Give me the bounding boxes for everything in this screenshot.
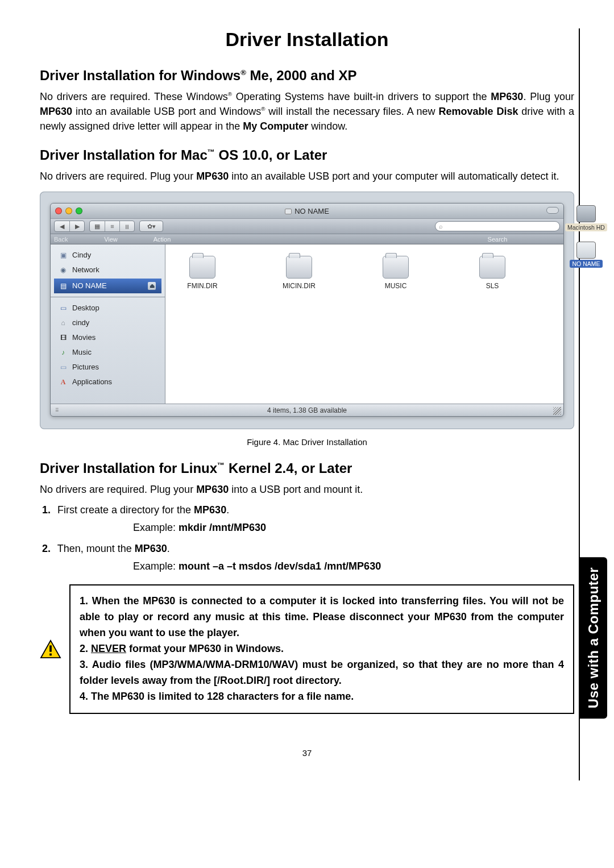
section-mac-heading: Driver Installation for Mac™ OS 10.0, or… bbox=[40, 147, 574, 163]
finder-content: FMIN.DIR MICIN.DIR MUSIC SLS bbox=[165, 244, 563, 404]
home-icon bbox=[59, 318, 68, 327]
toolbar-toggle-icon[interactable] bbox=[546, 207, 559, 214]
pictures-icon bbox=[59, 363, 68, 372]
finder-sidebar: Cindy Network NO NAME⏏ Desktop cindy Mov… bbox=[51, 244, 165, 404]
desktop-label: NO NAME bbox=[570, 260, 602, 268]
folder-label: MICIN.DIR bbox=[268, 282, 330, 290]
linux-steps: 1. First create a directory for the MP63… bbox=[40, 502, 574, 574]
view-label: View bbox=[77, 236, 145, 243]
sidebar-item-music[interactable]: Music bbox=[51, 345, 165, 360]
section-windows-heading: Driver Installation for Windows® Me, 200… bbox=[40, 68, 574, 84]
toolbar-labels: Back View Action Search bbox=[51, 234, 563, 244]
folder-icon bbox=[286, 256, 312, 279]
nav-back-forward[interactable]: ◀ ▶ bbox=[54, 221, 85, 232]
status-dots-icon: ⠿ bbox=[55, 408, 60, 413]
status-text: 4 items, 1.38 GB available bbox=[267, 406, 347, 414]
example-1: Example: mkdir /mnt/MP630 bbox=[133, 520, 574, 535]
search-input[interactable]: ⌕ bbox=[435, 221, 560, 231]
desktop-label: Macintosh HD bbox=[565, 223, 607, 231]
sidebar-item-movies[interactable]: Movies bbox=[51, 330, 165, 345]
finder-window: NO NAME ◀ ▶ ▦ ≡ ⫼ ✿▾ bbox=[50, 203, 564, 417]
sidebar-item-desktop[interactable]: Desktop bbox=[51, 301, 165, 315]
action-menu[interactable]: ✿▾ bbox=[139, 221, 163, 232]
disk-icon bbox=[59, 251, 68, 260]
heading-text: Driver Installation for Windows bbox=[40, 68, 240, 83]
back-label: Back bbox=[54, 236, 77, 243]
heading-text: Me, 2000 and XP bbox=[246, 68, 357, 83]
action-label: Action bbox=[145, 236, 179, 243]
mac-desktop-icons: Macintosh HD NO NAME bbox=[564, 203, 608, 268]
window-title: NO NAME bbox=[51, 207, 563, 215]
eject-icon[interactable]: ⏏ bbox=[148, 282, 156, 290]
svg-rect-2 bbox=[49, 654, 52, 656]
page: Use with a Computer Driver Installation … bbox=[0, 0, 614, 780]
page-number: 37 bbox=[40, 748, 574, 758]
view-switcher[interactable]: ▦ ≡ ⫼ bbox=[89, 221, 135, 232]
finder-toolbar: ◀ ▶ ▦ ≡ ⫼ ✿▾ ⌕ bbox=[51, 218, 563, 234]
registered-mark: ® bbox=[240, 68, 246, 77]
folder-sls[interactable]: SLS bbox=[461, 256, 524, 290]
desktop-icon bbox=[59, 304, 68, 313]
drive-icon bbox=[59, 281, 68, 290]
mac-screenshot: NO NAME ◀ ▶ ▦ ≡ ⫼ ✿▾ bbox=[40, 192, 574, 429]
warn-line: 4. The MP630 is limited to 128 character… bbox=[80, 689, 564, 705]
warn-line: 2. NEVER format your MP630 in Windows. bbox=[80, 641, 564, 657]
section-mac-body: No drivers are required. Plug your MP630… bbox=[40, 169, 574, 184]
warning-icon bbox=[40, 639, 61, 659]
folder-icon bbox=[189, 256, 215, 279]
folder-icon bbox=[479, 256, 505, 279]
network-icon bbox=[59, 265, 68, 275]
finder-statusbar: ⠿ 4 items, 1.38 GB available bbox=[51, 404, 563, 416]
side-tab: Use with a Computer bbox=[580, 557, 607, 719]
music-icon bbox=[59, 348, 68, 357]
desktop-hd[interactable]: Macintosh HD bbox=[565, 205, 607, 231]
section-linux-body: No drivers are required. Plug your MP630… bbox=[40, 482, 574, 497]
folder-label: FMIN.DIR bbox=[171, 282, 234, 290]
search-label: Search bbox=[435, 236, 560, 243]
warn-line: 3. Audio files (MP3/WMA/WMA-DRM10/WAV) m… bbox=[80, 657, 564, 689]
movies-icon bbox=[59, 333, 68, 342]
warn-line: 1. When the MP630 is connected to a comp… bbox=[80, 593, 564, 641]
gear-icon[interactable]: ✿▾ bbox=[140, 221, 163, 231]
desktop-noname[interactable]: NO NAME bbox=[570, 242, 602, 268]
folder-micin[interactable]: MICIN.DIR bbox=[268, 256, 330, 290]
sidebar-item-network[interactable]: Network bbox=[51, 263, 165, 277]
sidebar-item-home[interactable]: cindy bbox=[51, 315, 165, 330]
section-linux-heading: Driver Installation for Linux™ Kernel 2.… bbox=[40, 460, 574, 476]
sidebar-item-noname[interactable]: NO NAME⏏ bbox=[54, 279, 161, 293]
list-view-button[interactable]: ≡ bbox=[105, 221, 119, 231]
svg-rect-1 bbox=[49, 645, 52, 651]
section-windows-body: No drivers are required. These Windows® … bbox=[40, 89, 574, 134]
resize-grip-icon[interactable] bbox=[553, 407, 561, 415]
warning-box: 1. When the MP630 is connected to a comp… bbox=[69, 584, 574, 713]
folder-fmin[interactable]: FMIN.DIR bbox=[171, 256, 234, 290]
removable-icon bbox=[576, 242, 596, 259]
hd-icon bbox=[576, 205, 596, 222]
step-2: 2. Then, mount the MP630. Example: mount… bbox=[42, 541, 574, 574]
folder-label: SLS bbox=[461, 282, 524, 290]
folder-music[interactable]: MUSIC bbox=[364, 256, 427, 290]
column-view-button[interactable]: ⫼ bbox=[119, 221, 134, 231]
sidebar-item-applications[interactable]: Applications bbox=[51, 375, 165, 389]
finder-titlebar: NO NAME bbox=[51, 203, 563, 218]
warning-row: 1. When the MP630 is connected to a comp… bbox=[40, 584, 574, 713]
example-2: Example: mount –a –t msdos /dev/sda1 /mn… bbox=[133, 559, 574, 574]
sidebar-separator bbox=[51, 297, 165, 297]
page-title: Driver Installation bbox=[40, 28, 574, 51]
sidebar-item-pictures[interactable]: Pictures bbox=[51, 360, 165, 375]
step-1: 1. First create a directory for the MP63… bbox=[42, 502, 574, 535]
volume-icon bbox=[285, 209, 292, 214]
applications-icon bbox=[59, 377, 68, 387]
icon-view-button[interactable]: ▦ bbox=[90, 221, 105, 231]
forward-button[interactable]: ▶ bbox=[69, 221, 84, 231]
figure-caption: Figure 4. Mac Driver Installation bbox=[40, 437, 574, 447]
back-button[interactable]: ◀ bbox=[55, 221, 69, 231]
sidebar-item-cindy-disk[interactable]: Cindy bbox=[51, 248, 165, 263]
folder-icon bbox=[383, 256, 409, 279]
folder-label: MUSIC bbox=[364, 282, 427, 290]
